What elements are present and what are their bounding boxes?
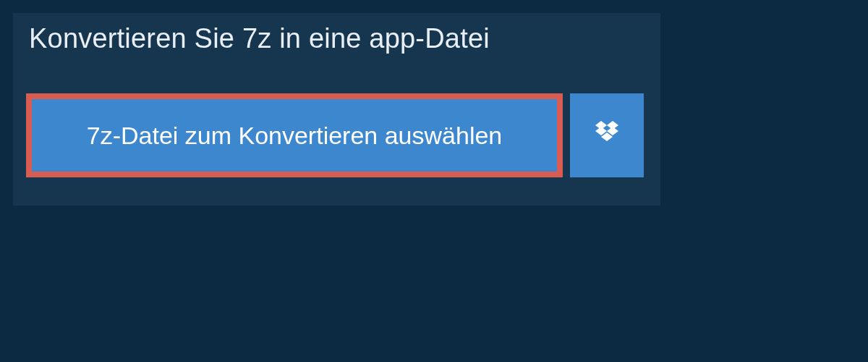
select-file-button-label: 7z-Datei zum Konvertieren auswählen xyxy=(87,122,503,150)
file-select-row: 7z-Datei zum Konvertieren auswählen xyxy=(26,93,644,177)
dropbox-icon xyxy=(592,121,621,150)
select-file-button[interactable]: 7z-Datei zum Konvertieren auswählen xyxy=(26,93,563,177)
page-title: Konvertieren Sie 7z in eine app-Datei xyxy=(29,23,490,54)
dropbox-button[interactable] xyxy=(570,93,644,177)
title-bar: Konvertieren Sie 7z in eine app-Datei xyxy=(13,13,506,66)
